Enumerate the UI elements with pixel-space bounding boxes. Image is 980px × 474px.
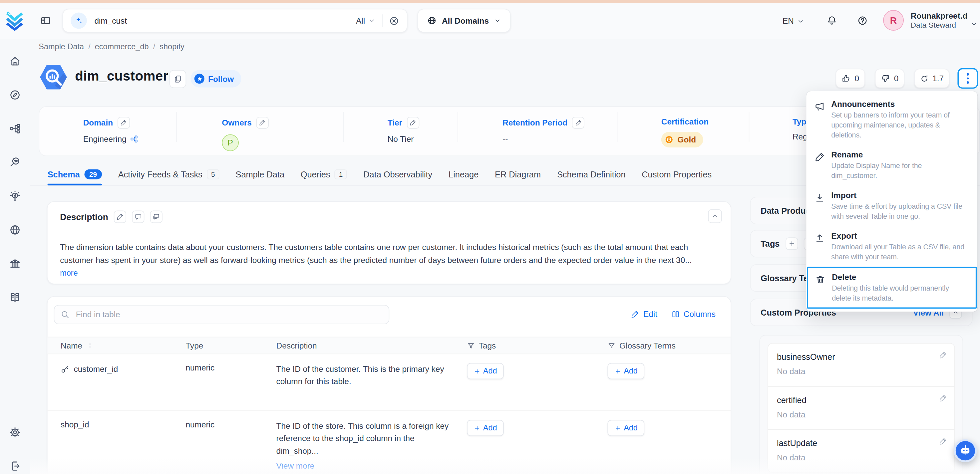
chevron-down-icon xyxy=(368,17,376,25)
find-in-table-input[interactable] xyxy=(75,309,383,320)
filter-icon[interactable] xyxy=(608,342,616,350)
glossary-icon[interactable] xyxy=(9,291,21,304)
find-in-table-field[interactable] xyxy=(54,305,389,324)
sort-icon[interactable] xyxy=(86,342,94,350)
schema-table-card: Edit Columns Name Type Description Tags … xyxy=(47,296,731,474)
search-scope-dropdown[interactable]: All xyxy=(356,16,375,25)
plus-icon xyxy=(474,425,481,431)
add-tags-button[interactable] xyxy=(785,237,798,250)
column-header-name[interactable]: Name xyxy=(56,337,180,354)
edit-owners-button[interactable] xyxy=(256,117,269,129)
settings-icon[interactable] xyxy=(9,426,21,439)
tab-schema[interactable]: Schema29 xyxy=(48,169,102,186)
app-logo-icon[interactable] xyxy=(6,11,24,31)
domains-icon[interactable] xyxy=(9,224,21,236)
add-glossary-term-button[interactable]: Add xyxy=(608,420,644,436)
tab-er-diagram[interactable]: ER Diagram xyxy=(495,170,541,186)
export-icon xyxy=(815,233,825,243)
filter-icon[interactable] xyxy=(467,342,475,350)
logout-icon[interactable] xyxy=(9,460,21,472)
plus-icon xyxy=(614,425,621,431)
tab-custom-properties[interactable]: Custom Properties xyxy=(642,170,712,186)
edit-retention-button[interactable] xyxy=(572,117,584,129)
observability-icon[interactable] xyxy=(9,156,21,169)
description-more-link[interactable]: more xyxy=(60,269,78,277)
tab-queries[interactable]: Queries1 xyxy=(301,169,347,186)
downvote-button[interactable]: 0 xyxy=(875,68,904,88)
add-tag-button[interactable]: Add xyxy=(467,420,504,436)
upvote-button[interactable]: 0 xyxy=(835,68,865,88)
globe-icon xyxy=(427,16,437,25)
tab-sample-data[interactable]: Sample Data xyxy=(236,170,285,186)
table-row: customer_id numeric The ID of the custom… xyxy=(48,354,730,411)
rename-icon xyxy=(815,152,825,162)
user-role: Data Steward xyxy=(911,21,968,30)
menu-item-rename[interactable]: Rename Update Display Name for the dim_c… xyxy=(806,145,977,185)
thumb-down-icon xyxy=(881,73,890,83)
chatbot-button[interactable] xyxy=(954,439,977,462)
add-tag-button[interactable]: Add xyxy=(467,363,504,379)
owner-avatar[interactable]: P xyxy=(222,135,239,151)
tab-lineage[interactable]: Lineage xyxy=(449,170,479,186)
column-description: The ID of the customer. This is the prim… xyxy=(271,354,462,388)
manage-dropdown-menu: Announcements Set up banners to inform y… xyxy=(806,91,977,312)
clear-search-icon[interactable] xyxy=(388,15,399,26)
notifications-icon[interactable] xyxy=(826,15,837,26)
property-certified: certified No data xyxy=(768,387,955,430)
govern-icon[interactable] xyxy=(9,257,21,270)
meta-retention: Retention Period -- xyxy=(503,117,584,144)
edit-property-icon[interactable] xyxy=(939,437,947,445)
edit-description-button[interactable] xyxy=(114,211,127,223)
lineage-icon[interactable] xyxy=(9,122,21,135)
bigquery-icon xyxy=(39,62,68,92)
chevron-down-icon[interactable] xyxy=(970,20,978,28)
menu-item-export[interactable]: Export Download all your Table as a CSV … xyxy=(806,226,977,267)
edit-domain-button[interactable] xyxy=(117,117,130,129)
manage-menu-button[interactable] xyxy=(957,68,978,89)
version-button[interactable]: 1.7 xyxy=(915,68,949,88)
edit-tier-button[interactable] xyxy=(407,117,419,129)
global-search-bar[interactable]: All xyxy=(63,9,407,32)
user-menu[interactable]: Rounakpreet.d Data Steward xyxy=(911,11,968,30)
meta-tier: Tier No Tier xyxy=(388,117,419,144)
tab-activity-feeds[interactable]: Activity Feeds & Tasks5 xyxy=(118,169,220,186)
edit-table-button[interactable]: Edit xyxy=(631,309,657,318)
columns-button[interactable]: Columns xyxy=(671,309,716,318)
tab-schema-definition[interactable]: Schema Definition xyxy=(557,170,626,186)
language-selector[interactable]: EN xyxy=(783,16,805,25)
request-description-button[interactable] xyxy=(132,211,145,223)
edit-property-icon[interactable] xyxy=(939,394,947,402)
menu-item-delete[interactable]: Delete Deleting this table would permane… xyxy=(807,267,977,309)
domain-selector[interactable]: All Domains xyxy=(418,9,511,32)
collapse-description-button[interactable] xyxy=(708,209,722,223)
pencil-icon xyxy=(575,119,582,126)
ai-sparkle-icon[interactable] xyxy=(71,13,87,29)
breadcrumb-item[interactable]: Sample Data xyxy=(39,43,84,51)
breadcrumb-item[interactable]: ecommerce_db xyxy=(95,43,149,51)
column-header-glossary[interactable]: Glossary Terms xyxy=(602,337,724,354)
breadcrumb-item[interactable]: shopify xyxy=(159,43,184,51)
description-comments-button[interactable] xyxy=(150,211,162,223)
description-title: Description xyxy=(60,212,108,222)
explore-icon[interactable] xyxy=(9,89,21,102)
plus-icon xyxy=(474,368,481,375)
global-search-input[interactable] xyxy=(93,15,350,26)
columns-icon xyxy=(671,310,679,318)
tab-data-observability[interactable]: Data Observability xyxy=(363,170,432,186)
menu-item-import[interactable]: Import Save time & effort by uploading a… xyxy=(806,185,977,226)
edit-property-icon[interactable] xyxy=(939,351,947,359)
pencil-icon xyxy=(259,119,266,126)
help-icon[interactable] xyxy=(857,15,868,26)
column-name[interactable]: customer_id xyxy=(73,364,118,374)
user-name: Rounakpreet.d xyxy=(911,11,968,21)
menu-item-announcements[interactable]: Announcements Set up banners to inform y… xyxy=(806,94,977,145)
add-glossary-term-button[interactable]: Add xyxy=(608,363,644,379)
home-icon[interactable] xyxy=(9,55,21,68)
insights-icon[interactable] xyxy=(9,190,21,203)
user-avatar[interactable]: R xyxy=(883,10,904,30)
follow-button[interactable]: Follow xyxy=(191,70,241,87)
column-header-tags[interactable]: Tags xyxy=(462,337,602,354)
sidebar-toggle-icon[interactable] xyxy=(40,15,51,26)
search-scope-label: All xyxy=(356,16,365,25)
copy-name-button[interactable] xyxy=(170,70,186,88)
